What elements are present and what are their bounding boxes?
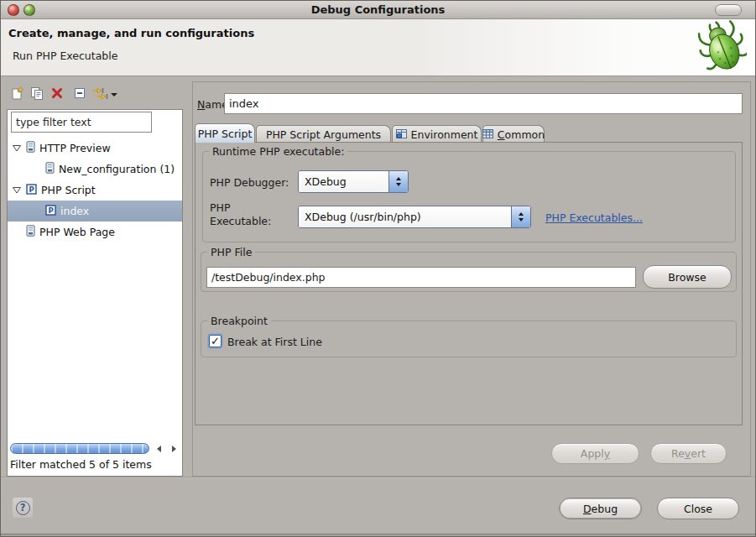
arrow-up-icon <box>519 212 524 216</box>
chevron-down-icon <box>111 93 117 96</box>
php-script-icon: P <box>26 184 37 197</box>
tree-item-php-script[interactable]: P PHP Script <box>8 180 182 201</box>
arrow-down-icon <box>396 183 401 186</box>
help-icon: ? <box>16 501 30 515</box>
runtime-php-executable-group: Runtime PHP executable: PHP Debugger: XD… <box>202 151 736 242</box>
environment-table-icon <box>396 128 407 141</box>
tree-item-label: PHP Web Page <box>39 226 115 238</box>
tree-item-http-preview[interactable]: HTTP Preview <box>8 138 182 159</box>
tree-item-php-web-page[interactable]: PHP Web Page <box>8 222 182 242</box>
arrow-right-icon <box>172 446 176 452</box>
break-at-first-line-checkbox[interactable]: ✓ <box>209 335 222 347</box>
collapse-all-button[interactable] <box>70 86 89 104</box>
header-subtitle: Run PHP Executable <box>13 50 117 62</box>
arrow-left-icon <box>157 446 161 452</box>
debug-button[interactable]: Debug <box>559 498 642 519</box>
debug-configurations-dialog: Debug Configurations Create, manage, and… <box>0 0 756 537</box>
window-maximize-button[interactable] <box>715 4 742 16</box>
window-resize-edge[interactable] <box>1 534 755 536</box>
close-button[interactable]: Close <box>657 498 739 519</box>
header-banner: Create, manage, and run configurations R… <box>1 19 755 76</box>
filter-menu-button[interactable] <box>90 86 118 104</box>
tree-item-index[interactable]: P index <box>8 201 182 222</box>
tab-common[interactable]: Common <box>482 125 545 143</box>
tree-item-label: index <box>60 205 89 217</box>
tree-item-label: PHP Script <box>41 184 96 196</box>
horizontal-scrollbar[interactable] <box>8 443 181 455</box>
collapse-all-icon <box>73 86 86 103</box>
tab-environment[interactable]: Environment <box>392 125 482 143</box>
delete-icon <box>50 86 64 103</box>
tree-item-label: New_configuration (1) <box>59 163 175 175</box>
php-executable-value: XDebug (/usr/bin/php) <box>299 206 511 227</box>
expander-icon[interactable] <box>13 142 21 154</box>
breakpoint-group: Breakpoint ✓ Break at First Line <box>201 321 737 357</box>
php-script-icon: P <box>45 205 56 218</box>
tab-php-script[interactable]: PHP Script <box>195 123 255 143</box>
tree-item-new-configuration[interactable]: New_configuration (1) <box>8 159 182 180</box>
spinner-button[interactable] <box>388 171 408 192</box>
footer-separator <box>1 477 755 478</box>
duplicate-icon <box>29 86 44 104</box>
break-at-first-line-label: Break at First Line <box>227 336 322 349</box>
common-table-icon <box>482 128 493 141</box>
server-icon <box>26 225 35 239</box>
browse-button[interactable]: Browse <box>643 265 732 289</box>
filter-icon <box>91 87 108 103</box>
php-file-group: PHP File Browse <box>201 252 737 292</box>
spinner-button[interactable] <box>511 206 530 227</box>
scroll-left-button[interactable] <box>152 444 166 454</box>
tree-item-label: HTTP Preview <box>39 142 111 154</box>
arrow-up-icon <box>396 177 401 180</box>
window-title: Debug Configurations <box>1 3 755 16</box>
tab-php-script-arguments[interactable]: PHP Script Arguments <box>256 125 391 143</box>
filter-input[interactable] <box>11 112 152 133</box>
revert-button[interactable]: Revert <box>650 443 727 464</box>
new-configuration-button[interactable] <box>8 86 26 104</box>
php-debugger-label: PHP Debugger: <box>210 176 289 190</box>
header-title: Create, manage, and run configurations <box>8 27 254 39</box>
scroll-right-button[interactable] <box>167 444 181 454</box>
php-debugger-value: XDebug <box>299 171 388 192</box>
group-legend: Breakpoint <box>207 315 271 327</box>
php-executable-combo[interactable]: XDebug (/usr/bin/php) <box>298 206 531 228</box>
php-debugger-combo[interactable]: XDebug <box>298 170 409 193</box>
apply-button[interactable]: Apply <box>551 443 639 464</box>
duplicate-button[interactable] <box>28 86 46 104</box>
server-icon <box>26 141 35 155</box>
group-legend: PHP File <box>207 246 255 258</box>
php-file-input[interactable] <box>206 267 636 288</box>
php-executables-link[interactable]: PHP Executables... <box>545 211 643 224</box>
expander-icon[interactable] <box>13 184 21 196</box>
svg-text:P: P <box>48 206 53 214</box>
group-legend: Runtime PHP executable: <box>209 145 347 158</box>
php-executable-label: PHP Executable: <box>210 201 290 227</box>
name-input[interactable] <box>224 93 743 114</box>
help-button[interactable]: ? <box>13 498 33 518</box>
filter-status-text: Filter matched 5 of 5 items <box>10 458 152 471</box>
scrollbar-thumb[interactable] <box>10 443 149 454</box>
new-configuration-icon <box>10 86 24 104</box>
titlebar: Debug Configurations <box>1 1 755 19</box>
arrow-down-icon <box>519 218 524 222</box>
delete-button[interactable] <box>48 86 66 104</box>
check-icon: ✓ <box>211 336 220 347</box>
bug-icon <box>698 19 747 78</box>
svg-text:P: P <box>29 185 34 193</box>
server-icon <box>45 162 55 176</box>
